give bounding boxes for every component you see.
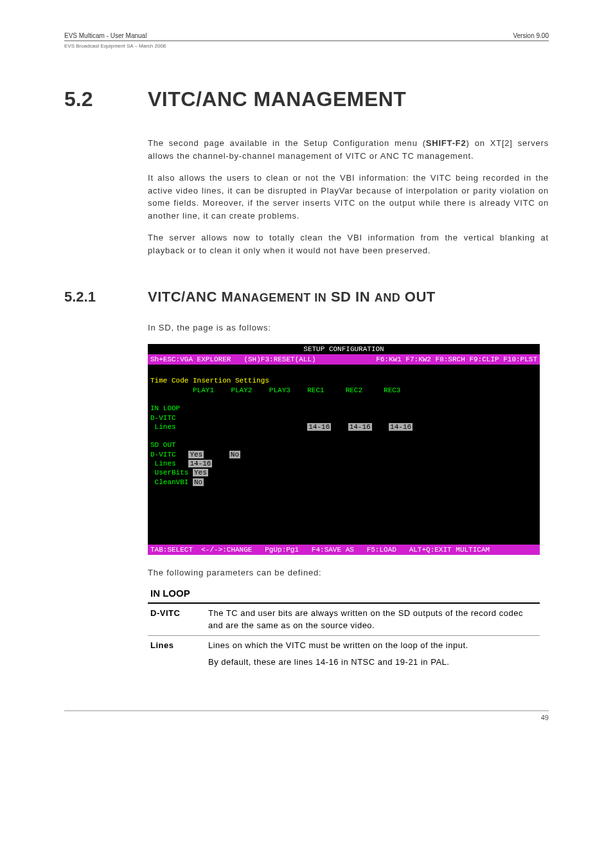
table-row: D-VITC The TC and user bits are always w… — [148, 603, 540, 635]
param-description: Lines on which the VITC must be written … — [206, 635, 540, 672]
terminal-screenshot: SETUP CONFIGURATION Sh+ESC:VGA EXPLORER … — [148, 344, 540, 556]
page-number: 49 — [541, 714, 549, 721]
terminal-cleanvbi: CleanVBI No — [150, 478, 537, 487]
terminal-heading: Time Code Insertion Settings — [150, 377, 269, 384]
terminal-top-mid: (SH)F3:RESET(ALL) — [244, 355, 328, 364]
table-row: Lines Lines on which the VITC must be wr… — [148, 635, 540, 672]
paragraph-3: The server allows now to totally clean t… — [148, 231, 549, 257]
terminal-top-left: Sh+ESC:VGA EXPLORER — [150, 355, 244, 364]
header-left: EVS Multicam - User Manual — [64, 32, 147, 39]
terminal-top-bar: Sh+ESC:VGA EXPLORER (SH)F3:RESET(ALL) F6… — [148, 354, 540, 365]
table-section-label: IN LOOP — [148, 584, 540, 603]
paragraph-1: The second page available in the Setup C… — [148, 137, 549, 162]
subsection-title: VITC/ANC MANAGEMENT IN SD IN AND OUT — [148, 289, 436, 305]
section-number: 5.2 — [64, 87, 148, 111]
page-header: EVS Multicam - User Manual Version 9.00 — [64, 32, 549, 41]
terminal-lines-out: Lines 14-16 — [150, 459, 537, 468]
sd-intro: In SD, the page is as follows: — [148, 321, 549, 334]
terminal-title: SETUP CONFIGURATION — [148, 344, 540, 354]
terminal-lines-in: Lines 14-16 14-16 14-16 — [150, 422, 537, 431]
terminal-inloop: IN LOOP — [150, 404, 537, 413]
terminal-columns: PLAY1 PLAY2 PLAY3 REC1 REC2 REC3 — [150, 386, 537, 395]
param-label: Lines — [148, 635, 206, 672]
terminal-userbits: UserBits Yes — [150, 468, 537, 477]
table-section-row: IN LOOP — [148, 584, 540, 603]
subsection-number: 5.2.1 — [64, 289, 148, 305]
header-right: Version 9.00 — [513, 32, 549, 39]
terminal-dvitc-in: D-VITC — [150, 413, 537, 422]
param-description: The TC and user bits are always written … — [206, 603, 540, 635]
section-title: VITC/ANC MANAGEMENT — [148, 87, 406, 111]
terminal-dvitc-out: D-VITC Yes No — [150, 450, 537, 459]
section-heading: 5.2 VITC/ANC MANAGEMENT — [64, 87, 549, 111]
terminal-body: Time Code Insertion Settings PLAY1 PLAY2… — [148, 365, 540, 545]
parameters-intro: The following parameters can be defined: — [148, 568, 549, 577]
terminal-sdout: SD OUT — [150, 440, 537, 449]
subsection-heading: 5.2.1 VITC/ANC MANAGEMENT IN SD IN AND O… — [64, 289, 549, 305]
param-label: D-VITC — [148, 603, 206, 635]
page-footer: 49 — [64, 710, 549, 721]
terminal-top-right: F6:KW1 F7:KW2 F8:SRCH F9:CLIP F10:PLST — [329, 355, 537, 364]
paragraph-2: It also allows the users to clean or not… — [148, 172, 549, 222]
terminal-bottom-bar: TAB:SELECT <-/->:CHANGE PgUp:Pg1 F4:SAVE… — [148, 545, 540, 555]
header-sub: EVS Broadcast Equipment SA – March 2008 — [64, 43, 549, 49]
parameters-table: IN LOOP D-VITC The TC and user bits are … — [148, 584, 540, 672]
